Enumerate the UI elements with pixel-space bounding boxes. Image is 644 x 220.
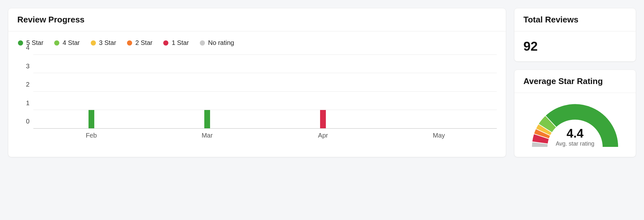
legend-label: 3 Star	[99, 39, 116, 47]
legend-item[interactable]: 5 Star	[18, 39, 43, 47]
review-progress-card: Review Progress 5 Star4 Star3 Star2 Star…	[8, 8, 506, 157]
gauge-value: 4.4	[556, 127, 595, 140]
bar	[204, 110, 210, 128]
legend-item[interactable]: 4 Star	[54, 39, 80, 47]
y-tick-label: 4	[26, 44, 30, 51]
y-tick-label: 3	[26, 62, 30, 70]
legend-item[interactable]: 3 Star	[91, 39, 116, 47]
gridline	[33, 55, 497, 55]
y-tick-label: 2	[26, 81, 30, 88]
avg-rating-title: Average Star Rating	[523, 76, 627, 86]
gauge-subtitle: Avg. star rating	[556, 140, 595, 147]
legend-dot-icon	[127, 40, 132, 46]
gridline	[33, 73, 497, 73]
legend-dot-icon	[200, 40, 205, 46]
bar	[89, 110, 94, 128]
y-tick-label: 1	[26, 99, 30, 106]
y-axis: 01234	[17, 55, 33, 129]
plot-area	[33, 55, 497, 129]
x-tick-label: Mar	[149, 132, 265, 139]
legend-label: 1 Star	[172, 39, 189, 47]
y-tick-label: 0	[26, 118, 30, 125]
bar-group	[381, 55, 497, 128]
legend-dot-icon	[18, 40, 23, 46]
legend-item[interactable]: No rating	[200, 39, 234, 47]
bar-group	[33, 55, 149, 128]
legend-dot-icon	[91, 40, 96, 46]
legend-dot-icon	[54, 40, 59, 46]
bars-layer	[33, 55, 497, 128]
x-axis: FebMarAprMay	[33, 132, 497, 139]
total-reviews-card: Total Reviews 92	[514, 8, 636, 62]
legend-item[interactable]: 2 Star	[127, 39, 152, 47]
bar-group	[149, 55, 265, 128]
total-reviews-title: Total Reviews	[523, 15, 627, 25]
legend-dot-icon	[163, 40, 168, 46]
bar-chart: 01234 FebMarAprMay	[17, 55, 497, 138]
legend-label: No rating	[208, 39, 234, 47]
x-tick-label: May	[381, 132, 497, 139]
x-tick-label: Apr	[265, 132, 381, 139]
gridline	[33, 110, 497, 110]
chart-legend: 5 Star4 Star3 Star2 Star1 StarNo rating	[17, 39, 497, 47]
total-reviews-value: 92	[523, 39, 627, 54]
bar-group	[265, 55, 381, 128]
legend-label: 2 Star	[135, 39, 152, 47]
bar	[320, 110, 326, 128]
x-tick-label: Feb	[33, 132, 149, 139]
legend-item[interactable]: 1 Star	[163, 39, 189, 47]
gridline	[33, 91, 497, 92]
legend-label: 4 Star	[63, 39, 80, 47]
review-progress-title: Review Progress	[17, 15, 497, 25]
avg-rating-card: Average Star Rating 4.4 Avg. star rating	[514, 70, 636, 157]
gauge-chart: 4.4 Avg. star rating	[527, 101, 623, 147]
